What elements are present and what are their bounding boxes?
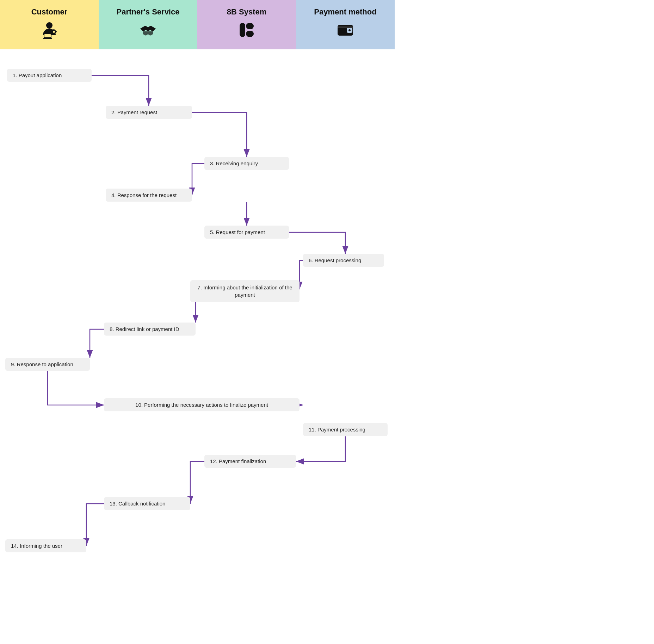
- svg-rect-7: [54, 33, 55, 35]
- header: Customer: [0, 0, 395, 49]
- svg-rect-9: [55, 31, 57, 32]
- svg-point-5: [53, 31, 55, 33]
- payment-icon: [336, 21, 354, 42]
- svg-rect-3: [43, 38, 52, 39]
- step-13: 13. Callback notification: [104, 497, 190, 510]
- flow-container: 1. Payout application 2. Payment request…: [0, 49, 395, 642]
- step-10: 10. Performing the necessary actions to …: [104, 398, 300, 411]
- system-title: 8B System: [227, 7, 267, 17]
- step-12: 12. Payment finalization: [204, 455, 296, 468]
- svg-rect-11: [246, 23, 254, 29]
- svg-rect-10: [240, 23, 245, 37]
- partner-icon: [139, 21, 157, 42]
- step-11: 11. Payment processing: [303, 423, 388, 436]
- svg-point-15: [348, 29, 351, 31]
- svg-rect-6: [54, 29, 55, 30]
- payment-title: Payment method: [314, 7, 376, 17]
- svg-point-0: [46, 22, 53, 29]
- step-3: 3. Receiving enquiry: [204, 157, 289, 170]
- header-system: 8B System: [197, 0, 296, 49]
- system-icon: [237, 21, 256, 42]
- svg-rect-16: [338, 26, 353, 28]
- customer-icon: [40, 21, 58, 42]
- step-6: 6. Request processing: [303, 254, 384, 267]
- step-4: 4. Response for the request: [106, 189, 192, 202]
- step-9: 9. Response to application: [5, 358, 90, 371]
- step-14: 14. Informing the user: [5, 539, 86, 552]
- step-8: 8. Redirect link or payment ID: [104, 323, 196, 336]
- svg-rect-8: [51, 31, 53, 32]
- diagram: Customer: [0, 0, 395, 642]
- partner-title: Partner's Service: [117, 7, 180, 17]
- svg-rect-12: [246, 31, 254, 37]
- step-1: 1. Payout application: [7, 69, 92, 82]
- header-payment: Payment method: [296, 0, 395, 49]
- arrows-svg: [0, 49, 395, 642]
- step-7: 7. Informing about the initialization of…: [190, 280, 300, 302]
- customer-title: Customer: [31, 7, 68, 17]
- svg-rect-2: [44, 34, 51, 37]
- header-partner: Partner's Service: [99, 0, 197, 49]
- step-2: 2. Payment request: [106, 106, 192, 119]
- step-5: 5. Request for payment: [204, 226, 289, 239]
- header-customer: Customer: [0, 0, 99, 49]
